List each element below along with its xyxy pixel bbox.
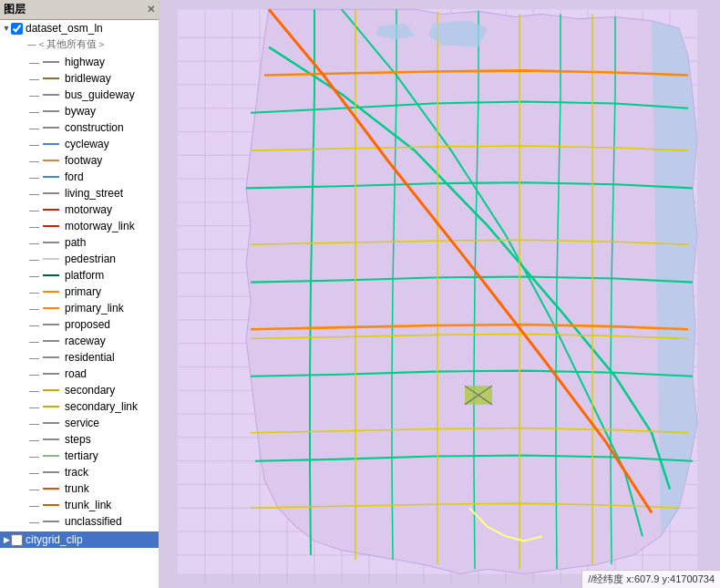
layer-item-label: steps bbox=[65, 433, 91, 446]
layer-item-label: pedestrian bbox=[65, 253, 116, 265]
layer-item-label: footway bbox=[65, 154, 102, 167]
layer-item-label: proposed bbox=[65, 318, 110, 331]
list-item[interactable]: —tertiary bbox=[26, 448, 159, 464]
list-item[interactable]: —primary_link bbox=[26, 300, 159, 316]
list-item[interactable]: —unclassified bbox=[26, 513, 159, 530]
line-swatch-icon bbox=[43, 500, 61, 511]
line-swatch-icon bbox=[43, 155, 61, 166]
layer-panel[interactable]: 图层 ✕ ▼ dataset_osm_ln — ＜其他所有值＞ —highway… bbox=[0, 0, 159, 588]
list-item[interactable]: —path bbox=[26, 234, 159, 251]
layer-item-label: secondary bbox=[65, 384, 115, 397]
line-swatch-icon bbox=[43, 122, 61, 133]
layer-item-label: secondary_link bbox=[65, 400, 138, 413]
line-swatch-icon bbox=[43, 516, 61, 527]
line-swatch-icon bbox=[43, 171, 61, 182]
layer-panel-header: 图层 ✕ bbox=[0, 0, 159, 20]
layer-item-label: raceway bbox=[65, 335, 106, 347]
list-item[interactable]: —raceway bbox=[26, 333, 159, 349]
layer-item-label: primary bbox=[65, 285, 101, 298]
layer-item-label: living_street bbox=[65, 187, 123, 200]
list-item[interactable]: —platform bbox=[26, 267, 159, 284]
list-item[interactable]: —service bbox=[26, 415, 159, 431]
line-swatch-icon bbox=[43, 483, 61, 494]
layer-item-label: construction bbox=[65, 121, 124, 134]
list-item[interactable]: —construction bbox=[26, 119, 159, 136]
list-item[interactable]: —motorway bbox=[26, 201, 159, 218]
list-item[interactable]: —bridleway bbox=[26, 70, 159, 87]
list-item[interactable]: —road bbox=[26, 366, 159, 382]
list-item[interactable]: —steps bbox=[26, 431, 159, 448]
layer-item-label: motorway bbox=[65, 203, 112, 216]
list-item[interactable]: —proposed bbox=[26, 316, 159, 333]
list-item[interactable]: —cycleway bbox=[26, 136, 159, 152]
line-swatch-icon bbox=[43, 368, 61, 379]
line-swatch-icon bbox=[43, 253, 61, 264]
map-area[interactable]: //经纬度 x:607.9 y:41700734 bbox=[159, 0, 720, 588]
dataset-checkbox[interactable] bbox=[11, 23, 23, 35]
coordinates-bar: //经纬度 x:607.9 y:41700734 bbox=[581, 570, 720, 588]
line-swatch-icon bbox=[43, 221, 61, 232]
list-item[interactable]: —pedestrian bbox=[26, 251, 159, 267]
layer-item-label: trunk_link bbox=[65, 499, 111, 511]
list-item[interactable]: —secondary_link bbox=[26, 398, 159, 415]
list-item[interactable]: —ford bbox=[26, 169, 159, 185]
layer-item-label: primary_link bbox=[65, 302, 124, 315]
layer-item-label: track bbox=[65, 466, 88, 479]
line-swatch-icon bbox=[43, 418, 61, 428]
line-swatch-icon bbox=[43, 89, 61, 100]
layer-item-label: trunk bbox=[65, 482, 89, 495]
layer-item-label: highway bbox=[65, 56, 105, 68]
other-values-row: — ＜其他所有值＞ bbox=[26, 36, 159, 52]
line-swatch-icon bbox=[43, 303, 61, 314]
close-icon[interactable]: ✕ bbox=[147, 4, 155, 15]
line-swatch-icon bbox=[43, 401, 61, 412]
line-swatch-icon bbox=[43, 270, 61, 281]
line-swatch-icon bbox=[43, 286, 61, 297]
line-swatch-icon bbox=[43, 335, 61, 346]
layer-item-label: platform bbox=[65, 269, 104, 282]
line-swatch-icon bbox=[43, 319, 61, 330]
dataset-row[interactable]: ▼ dataset_osm_ln bbox=[0, 20, 159, 36]
line-swatch-icon bbox=[43, 385, 61, 396]
list-item[interactable]: —living_street bbox=[26, 185, 159, 201]
other-values-label: ＜其他所有值＞ bbox=[36, 37, 107, 51]
layer-item-label: residential bbox=[65, 351, 115, 364]
layer-items-group: —highway—bridleway—bus_guideway—byway—co… bbox=[0, 52, 159, 531]
bottom-expand-icon[interactable]: ▶ bbox=[2, 535, 11, 544]
layer-item-label: bus_guideway bbox=[65, 88, 135, 101]
layer-item-label: bridleway bbox=[65, 72, 111, 85]
line-swatch-icon bbox=[43, 450, 61, 461]
layer-item-label: ford bbox=[65, 170, 84, 183]
list-item[interactable]: —bus_guideway bbox=[26, 87, 159, 103]
layer-item-label: road bbox=[65, 367, 87, 380]
bottom-layer-name: citygrid_clip bbox=[26, 533, 83, 546]
layer-item-label: tertiary bbox=[65, 449, 98, 462]
list-item[interactable]: —byway bbox=[26, 103, 159, 119]
other-values-expand[interactable]: — bbox=[27, 40, 36, 49]
list-item[interactable]: —highway bbox=[26, 54, 159, 70]
layer-item-label: unclassified bbox=[65, 515, 122, 528]
list-item[interactable]: —residential bbox=[26, 349, 159, 366]
bottom-layer-checkbox[interactable] bbox=[11, 534, 23, 546]
line-swatch-icon bbox=[43, 57, 61, 67]
line-swatch-icon bbox=[43, 434, 61, 445]
expand-icon[interactable]: ▼ bbox=[2, 24, 11, 33]
list-item[interactable]: —track bbox=[26, 464, 159, 480]
layer-item-label: cycleway bbox=[65, 138, 109, 150]
list-item[interactable]: —motorway_link bbox=[26, 218, 159, 234]
line-swatch-icon bbox=[43, 73, 61, 84]
map-canvas bbox=[159, 0, 720, 588]
line-swatch-icon bbox=[43, 467, 61, 478]
layer-item-label: path bbox=[65, 236, 86, 249]
list-item[interactable]: —trunk bbox=[26, 480, 159, 497]
list-item[interactable]: —secondary bbox=[26, 382, 159, 398]
list-item[interactable]: —footway bbox=[26, 152, 159, 169]
dataset-name: dataset_osm_ln bbox=[26, 22, 103, 35]
layer-item-label: service bbox=[65, 417, 99, 429]
layer-item-label: motorway_link bbox=[65, 220, 135, 232]
bottom-layer-row[interactable]: ▶ citygrid_clip bbox=[0, 531, 159, 548]
line-swatch-icon bbox=[43, 237, 61, 248]
list-item[interactable]: —trunk_link bbox=[26, 497, 159, 513]
list-item[interactable]: —primary bbox=[26, 284, 159, 300]
line-swatch-icon bbox=[43, 139, 61, 150]
